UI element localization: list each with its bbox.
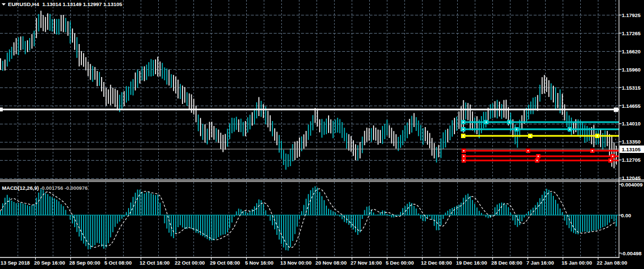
- svg-text:28 Sep 00:00: 28 Sep 00:00: [69, 260, 100, 266]
- svg-text:7 Jan 16:00: 7 Jan 16:00: [526, 260, 554, 266]
- svg-text:-0.00498: -0.00498: [621, 250, 642, 256]
- svg-text:1.14010: 1.14010: [622, 120, 641, 127]
- svg-text:1.12045: 1.12045: [622, 175, 641, 181]
- svg-text:20 Nov 08:00: 20 Nov 08:00: [315, 260, 347, 266]
- svg-text:1.16620: 1.16620: [622, 48, 641, 54]
- svg-text:19 Dec 16:00: 19 Dec 16:00: [456, 260, 487, 266]
- svg-text:1.13350: 1.13350: [622, 139, 641, 145]
- svg-text:0.004009: 0.004009: [621, 182, 643, 188]
- svg-text:5 Dec 00:00: 5 Dec 00:00: [386, 260, 414, 266]
- svg-text:5 Nov 16:00: 5 Nov 16:00: [245, 260, 274, 266]
- svg-text:1.17925: 1.17925: [622, 12, 641, 18]
- svg-text:5 Oct 08:00: 5 Oct 08:00: [104, 260, 132, 266]
- svg-text:0.00: 0.00: [621, 212, 631, 218]
- svg-text:29 Oct 08:00: 29 Oct 08:00: [210, 260, 240, 266]
- svg-text:1.13105: 1.13105: [622, 146, 641, 152]
- svg-text:27 Nov 16:00: 27 Nov 16:00: [351, 260, 382, 266]
- svg-text:1.12705: 1.12705: [622, 157, 641, 163]
- svg-text:28 Dec 08:00: 28 Dec 08:00: [491, 260, 522, 266]
- svg-text:12 Oct 16:00: 12 Oct 16:00: [140, 260, 170, 266]
- svg-text:1.15960: 1.15960: [622, 67, 641, 73]
- svg-text:13 Nov 00:00: 13 Nov 00:00: [280, 260, 312, 266]
- svg-text:15 Jan 00:00: 15 Jan 00:00: [562, 260, 592, 266]
- svg-text:22 Jan 08:00: 22 Jan 08:00: [597, 260, 627, 266]
- svg-text:22 Oct 00:00: 22 Oct 00:00: [175, 260, 205, 266]
- svg-text:13 Sep 2018: 13 Sep 2018: [1, 260, 30, 266]
- svg-text:1.13014 1.13149 1.12997 1.1310: 1.13014 1.13149 1.12997 1.13105: [42, 1, 123, 7]
- svg-text:1.17265: 1.17265: [622, 30, 641, 36]
- svg-text:12 Dec 08:00: 12 Dec 08:00: [421, 260, 452, 266]
- svg-text:MACD(12,26,9): MACD(12,26,9): [2, 185, 39, 191]
- svg-text:1.15315: 1.15315: [622, 85, 641, 91]
- svg-text:1.14655: 1.14655: [622, 103, 641, 109]
- svg-text:20 Sep 16:00: 20 Sep 16:00: [34, 260, 65, 266]
- svg-text:EURUSD,H4: EURUSD,H4: [8, 1, 40, 7]
- svg-text:-0.001756 -0.000976: -0.001756 -0.000976: [40, 185, 87, 191]
